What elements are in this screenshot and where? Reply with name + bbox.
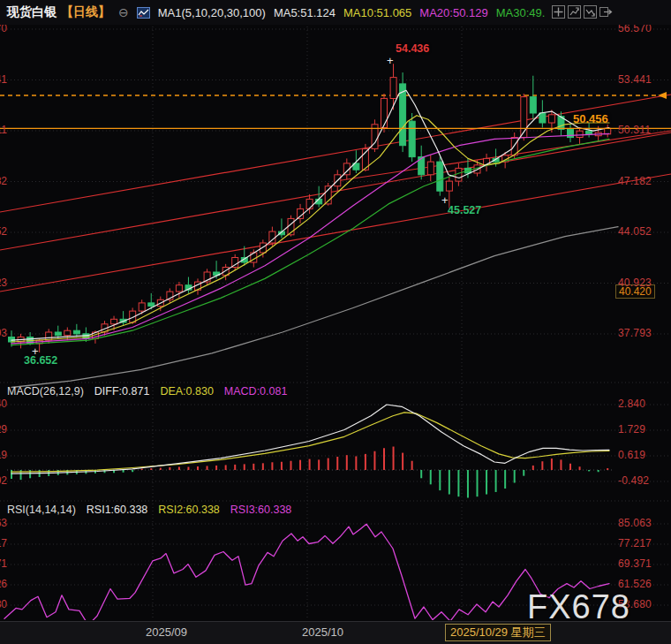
axis-tick-label-left-clipped: 40.923 (0, 277, 8, 289)
collapse-indicator-icon[interactable]: ⊖ (118, 5, 129, 19)
axis-tick-label: 47.182 (618, 175, 652, 187)
ma20-value: MA20:50.129 (419, 6, 487, 19)
axis-tick-label-left-clipped: 53.680 (0, 598, 8, 610)
add-panel-down-icon[interactable] (584, 5, 597, 19)
axis-tick-label: 77.217 (618, 537, 652, 549)
axis-tick-label-left-clipped: 85.063 (0, 517, 8, 529)
rsi3-value: RSI3:60.338 (230, 504, 292, 516)
axis-tick-label: 69.371 (618, 557, 652, 570)
macd-macd-value: MACD:0.081 (224, 385, 288, 398)
rsi-header: RSI(14,14,14) RSI1:60.338 RSI2:60.338 RS… (7, 504, 291, 516)
low-price-marker: 45.527 (448, 204, 481, 216)
rsi2-value: RSI2:60.338 (158, 504, 220, 516)
extreme-cross-marker: + (387, 57, 394, 65)
instrument-title: 现货白银 (7, 4, 57, 20)
axis-tick-label: 40.923 (618, 277, 652, 289)
axis-tick-label-left-clipped: 61.526 (0, 578, 8, 590)
axis-tick-label: 50.311 (618, 124, 651, 136)
low-price-marker: 36.652 (24, 354, 57, 367)
macd-diff-value: DIFF:0.871 (94, 385, 150, 398)
ma-settings-label: MA1(5,10,20,30,100) (158, 6, 266, 19)
axis-tick-label-left-clipped: 53.441 (0, 73, 8, 86)
last-date-label: 2025/10/29 星期三 (445, 624, 551, 641)
ma5-value: MA5:51.124 (274, 6, 336, 19)
axis-tick-label-left-clipped: 0.619 (0, 449, 8, 461)
axis-tick-label: 2.840 (618, 398, 645, 410)
axis-tick-label-left-clipped: 47.182 (0, 175, 8, 187)
axis-tick-label-left-clipped: 69.371 (0, 557, 8, 570)
ma30-value: MA30:49. (496, 6, 546, 19)
axis-tick-label: 85.063 (618, 517, 652, 529)
watermark: FX678 (527, 588, 630, 626)
axis-tick-label-left-clipped: 77.217 (0, 537, 8, 549)
time-axis-label: 2025/09 (146, 625, 187, 639)
axis-tick-label: 44.052 (618, 225, 652, 238)
axis-tick-label: -0.492 (618, 474, 649, 487)
axis-tick-label-left-clipped: 50.311 (0, 124, 8, 136)
chart-canvas[interactable] (0, 0, 671, 644)
axis-tick-label: 1.729 (618, 423, 645, 436)
pan-crosshair-icon[interactable] (552, 5, 565, 19)
axis-tick-label: 37.793 (618, 327, 652, 339)
axis-tick-label-left-clipped: 2.840 (0, 398, 8, 410)
exit-fullscreen-icon[interactable] (599, 5, 613, 19)
macd-settings-label: MACD(26,12,9) (7, 385, 84, 398)
drawn-line-arrow-icon[interactable] (658, 92, 667, 99)
axis-tick-label-left-clipped: -0.492 (0, 474, 8, 487)
macd-header: MACD(26,12,9) DIFF:0.871 DEA:0.830 MACD:… (7, 385, 287, 398)
axis-tick-label-left-clipped: 1.729 (0, 423, 8, 436)
extreme-cross-marker: + (441, 196, 449, 205)
high-price-marker: 54.436 (396, 42, 429, 55)
axis-tick-label-left-clipped: 44.052 (0, 225, 8, 238)
last-price-tag: 50.456 (573, 112, 608, 125)
trading-chart-app: 现货白银 【日线】 ⊖ MA1(5,10,20,30,100) MA5:51.1… (0, 0, 671, 644)
add-panel-up-icon[interactable] (568, 5, 581, 19)
macd-dea-value: DEA:0.830 (160, 385, 213, 398)
axis-tick-label: 0.619 (618, 449, 645, 461)
axis-tick-label: 53.441 (618, 73, 652, 86)
kline-style-icon[interactable] (137, 6, 150, 19)
ma10-value: MA10:51.065 (343, 6, 411, 19)
timeframe-label: 【日线】 (61, 4, 110, 20)
time-axis-label: 2025/10 (302, 625, 343, 639)
axis-tick-label-left-clipped: 37.793 (0, 327, 8, 339)
rsi1-value: RSI1:60.338 (87, 504, 148, 516)
rsi-settings-label: RSI(14,14,14) (7, 504, 76, 516)
chart-toolbar (552, 5, 613, 19)
extreme-cross-marker: + (32, 347, 39, 356)
